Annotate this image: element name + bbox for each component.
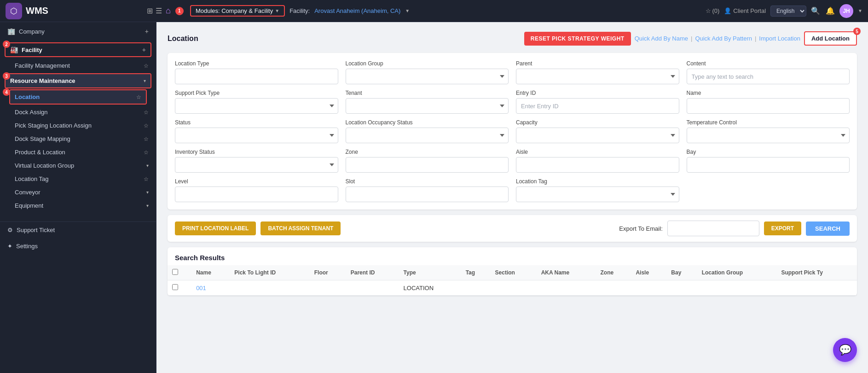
- parent-select[interactable]: [516, 69, 679, 84]
- location-star[interactable]: ☆: [136, 94, 141, 100]
- level-input[interactable]: [175, 186, 338, 202]
- search-button[interactable]: SEARCH: [806, 221, 850, 236]
- col-zone: Zone: [596, 265, 631, 280]
- sidebar-item-virtual-location[interactable]: Virtual Location Group ▾: [0, 159, 156, 172]
- status-label: Status: [175, 119, 338, 126]
- capacity-select[interactable]: [516, 128, 679, 143]
- sidebar-item-dock-stage[interactable]: Dock Stage Mapping ☆: [0, 132, 156, 146]
- export-email-input[interactable]: [667, 221, 759, 236]
- avatar[interactable]: JH: [839, 4, 853, 18]
- sidebar-item-facility-management[interactable]: Facility Management ☆: [0, 59, 156, 72]
- temperature-select[interactable]: [687, 128, 850, 143]
- sidebar-section-company: 🏢 Company +: [0, 22, 156, 41]
- badge-2: 2: [3, 41, 10, 48]
- select-all-checkbox[interactable]: [172, 269, 178, 275]
- content-label: Content: [687, 60, 850, 67]
- sidebar-item-conveyor[interactable]: Conveyor ▾: [0, 186, 156, 199]
- print-location-label-button[interactable]: PRINT LOCATION LABEL: [175, 221, 256, 235]
- client-portal-link[interactable]: 👤 Client Portal: [724, 7, 766, 14]
- location-group-group: Location Group: [346, 60, 509, 84]
- sidebar-bottom: ⚙ Support Ticket ✦ Settings: [0, 221, 156, 254]
- location-tag-select[interactable]: [516, 186, 679, 202]
- capacity-group: Capacity: [516, 119, 679, 143]
- topbar-main: ⌂ 1 Modules: Company & Facility ▼ Facili…: [166, 5, 702, 17]
- chat-fab-button[interactable]: 💬: [833, 338, 857, 362]
- row-aka: [537, 280, 596, 296]
- bay-input[interactable]: [687, 157, 850, 173]
- sidebar-item-location[interactable]: Location ☆: [10, 90, 146, 104]
- location-tag-label: Location Tag: [15, 175, 140, 182]
- facility-section: 2 🏭 Facility +: [0, 42, 156, 57]
- table-row: 001 LOCATION: [168, 280, 857, 296]
- sidebar-item-company[interactable]: 🏢 Company +: [0, 24, 156, 39]
- location-occupancy-label: Location Occupancy Status: [346, 119, 509, 126]
- col-aisle: Aisle: [631, 265, 666, 280]
- product-location-star[interactable]: ☆: [144, 149, 149, 156]
- bell-icon[interactable]: 🔔: [826, 6, 835, 15]
- export-button[interactable]: EXPORT: [764, 221, 801, 235]
- pick-staging-label: Pick Staging Location Assign: [15, 122, 140, 129]
- import-location-link[interactable]: Import Location: [759, 35, 800, 42]
- sidebar-item-settings[interactable]: ✦ Settings: [0, 238, 156, 254]
- row-tag: [461, 280, 491, 296]
- grid-icon[interactable]: ⊞: [147, 6, 153, 15]
- facility-plus-icon[interactable]: +: [142, 46, 146, 53]
- sidebar-item-pick-staging[interactable]: Pick Staging Location Assign ☆: [0, 119, 156, 132]
- location-section: 4 Location ☆: [9, 89, 147, 105]
- virtual-location-label: Virtual Location Group: [15, 162, 143, 169]
- name-input[interactable]: [687, 98, 850, 114]
- location-type-input[interactable]: [175, 69, 338, 84]
- support-pick-type-select[interactable]: [175, 98, 338, 114]
- row-name[interactable]: 001: [191, 280, 230, 296]
- resource-maintenance-item[interactable]: Resource Maintenance ▾: [6, 74, 150, 87]
- tenant-group: Tenant: [346, 90, 509, 114]
- facility-nav-item[interactable]: 🏭 Facility +: [5, 42, 151, 57]
- dock-stage-star[interactable]: ☆: [144, 136, 149, 142]
- module-selector[interactable]: Modules: Company & Facility ▼: [190, 5, 285, 17]
- location-occupancy-select[interactable]: [346, 128, 509, 143]
- quick-add-pattern-link[interactable]: Quick Add By Pattern: [695, 35, 752, 42]
- status-select[interactable]: [175, 128, 338, 143]
- reset-pick-strategy-button[interactable]: RESET PICK STRATEGY WEIGHT: [524, 32, 631, 46]
- export-label: Export To Email:: [619, 225, 662, 232]
- slot-input[interactable]: [346, 186, 509, 202]
- zone-input[interactable]: [346, 157, 509, 173]
- support-pick-type-label: Support Pick Type: [175, 90, 338, 96]
- sidebar-item-dock-assign[interactable]: Dock Assign ☆: [0, 105, 156, 119]
- content-input[interactable]: [687, 69, 850, 84]
- home-icon[interactable]: ⌂: [166, 6, 171, 16]
- inventory-status-group: Inventory Status: [175, 149, 338, 173]
- aisle-input[interactable]: [516, 157, 679, 173]
- search-icon[interactable]: 🔍: [811, 6, 820, 15]
- row-type: LOCATION: [399, 280, 461, 296]
- form-actions-right: Export To Email: EXPORT SEARCH: [619, 221, 850, 236]
- equipment-label: Equipment: [15, 202, 143, 209]
- col-tag: Tag: [461, 265, 491, 280]
- tenant-select[interactable]: [346, 98, 509, 114]
- menu-icon[interactable]: ☰: [156, 6, 162, 15]
- module-chevron: ▼: [275, 8, 279, 13]
- table-header-row: Name Pick To Light ID Floor Parent ID Ty…: [168, 265, 857, 280]
- topbar: ⬡ WMS ⊞ ☰ ⌂ 1 Modules: Company & Facilit…: [0, 0, 868, 22]
- facility-management-star[interactable]: ☆: [144, 63, 149, 69]
- content-group: Content: [687, 60, 850, 84]
- sidebar-item-location-tag[interactable]: Location Tag ☆: [0, 172, 156, 186]
- row-select-checkbox[interactable]: [172, 284, 178, 290]
- batch-assign-tenant-button[interactable]: BATCH ASSIGN TENANT: [260, 221, 341, 235]
- entry-id-input[interactable]: [516, 98, 679, 114]
- location-group-select[interactable]: [346, 69, 509, 84]
- add-location-button[interactable]: Add Location: [804, 31, 857, 46]
- favorites-area[interactable]: ☆ (0): [706, 7, 719, 14]
- sidebar-item-equipment[interactable]: Equipment ▾: [0, 199, 156, 212]
- avatar-initials: JH: [843, 8, 850, 14]
- dock-assign-star[interactable]: ☆: [144, 109, 149, 116]
- company-plus-icon[interactable]: +: [145, 28, 149, 35]
- inventory-status-select[interactable]: [175, 157, 338, 173]
- sidebar-item-product-location[interactable]: Product & Location ☆: [0, 146, 156, 159]
- pick-staging-star[interactable]: ☆: [144, 122, 149, 129]
- sidebar-item-support[interactable]: ⚙ Support Ticket: [0, 222, 156, 238]
- language-select[interactable]: English: [770, 6, 806, 17]
- location-tag-star[interactable]: ☆: [144, 176, 149, 182]
- settings-icon: ✦: [7, 243, 12, 250]
- quick-add-name-link[interactable]: Quick Add By Name: [635, 35, 688, 42]
